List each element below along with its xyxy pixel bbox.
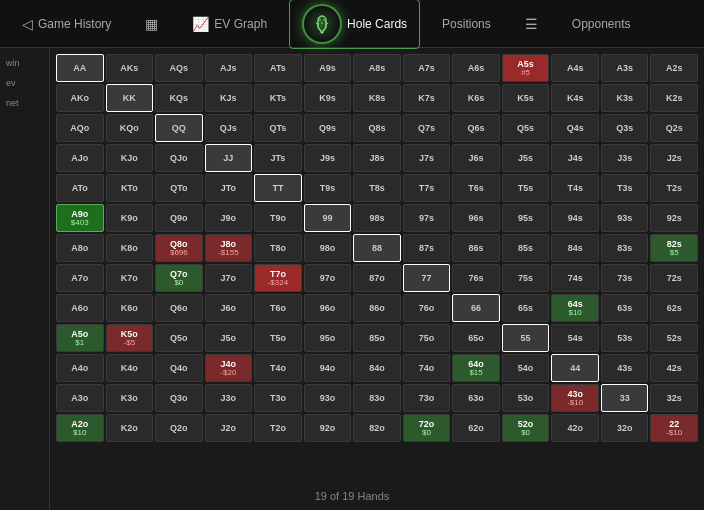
table-row[interactable]: 94o (304, 354, 352, 382)
table-row[interactable]: Q6s (452, 114, 500, 142)
table-row[interactable]: K5o-$5 (106, 324, 154, 352)
table-row[interactable]: 32s (650, 384, 698, 412)
nav-opponents[interactable]: Opponents (560, 13, 643, 35)
table-row[interactable]: 85o (353, 324, 401, 352)
table-row[interactable]: AA (56, 54, 104, 82)
table-row[interactable]: A7o (56, 264, 104, 292)
table-row[interactable]: T2o (254, 414, 302, 442)
table-row[interactable]: 43s (601, 354, 649, 382)
table-row[interactable]: J6o (205, 294, 253, 322)
table-row[interactable]: Q9s (304, 114, 352, 142)
table-row[interactable]: T8o (254, 234, 302, 262)
table-row[interactable]: K2o (106, 414, 154, 442)
table-row[interactable]: 42o (551, 414, 599, 442)
table-row[interactable]: T3o (254, 384, 302, 412)
table-row[interactable]: QJo (155, 144, 203, 172)
table-row[interactable]: A2o$10 (56, 414, 104, 442)
table-row[interactable]: J9s (304, 144, 352, 172)
table-row[interactable]: A6s (452, 54, 500, 82)
table-row[interactable]: KQs (155, 84, 203, 112)
table-row[interactable]: T8s (353, 174, 401, 202)
table-row[interactable]: A9s (304, 54, 352, 82)
table-row[interactable]: 63o (452, 384, 500, 412)
table-row[interactable]: Q6o (155, 294, 203, 322)
table-row[interactable]: 86o (353, 294, 401, 322)
table-row[interactable]: 53s (601, 324, 649, 352)
table-row[interactable]: QJs (205, 114, 253, 142)
table-row[interactable]: 64s$10 (551, 294, 599, 322)
table-row[interactable]: 72o$0 (403, 414, 451, 442)
table-row[interactable]: KJs (205, 84, 253, 112)
table-row[interactable]: 83o (353, 384, 401, 412)
nav-positions[interactable]: Positions (430, 13, 503, 35)
table-row[interactable]: J4o-$20 (205, 354, 253, 382)
table-row[interactable]: A3s (601, 54, 649, 82)
table-row[interactable]: J4s (551, 144, 599, 172)
table-row[interactable]: 52o$0 (502, 414, 550, 442)
table-row[interactable]: 82s$5 (650, 234, 698, 262)
table-row[interactable]: 52s (650, 324, 698, 352)
table-row[interactable]: T5o (254, 324, 302, 352)
table-row[interactable]: K3o (106, 384, 154, 412)
table-row[interactable]: K3s (601, 84, 649, 112)
table-row[interactable]: 53o (502, 384, 550, 412)
table-row[interactable]: JTo (205, 174, 253, 202)
table-row[interactable]: J6s (452, 144, 500, 172)
table-row[interactable]: 66 (452, 294, 500, 322)
table-row[interactable]: Q7o$0 (155, 264, 203, 292)
table-row[interactable]: 75o (403, 324, 451, 352)
table-row[interactable]: K7o (106, 264, 154, 292)
table-row[interactable]: T6s (452, 174, 500, 202)
table-row[interactable]: 62s (650, 294, 698, 322)
table-row[interactable]: Q4s (551, 114, 599, 142)
table-row[interactable]: A5o$1 (56, 324, 104, 352)
table-row[interactable]: J3o (205, 384, 253, 412)
nav-hole-cards[interactable]: Hole Cards (289, 0, 420, 49)
table-row[interactable]: T7o-$324 (254, 264, 302, 292)
table-row[interactable]: 54o (502, 354, 550, 382)
table-row[interactable]: 83s (601, 234, 649, 262)
table-row[interactable]: 87s (403, 234, 451, 262)
table-row[interactable]: 84s (551, 234, 599, 262)
nav-ev-graph[interactable]: 📈 EV Graph (180, 12, 279, 36)
table-row[interactable]: 65o (452, 324, 500, 352)
table-row[interactable]: JJ (205, 144, 253, 172)
table-row[interactable]: KK (106, 84, 154, 112)
table-row[interactable]: K9s (304, 84, 352, 112)
nav-icon6[interactable]: ☰ (513, 12, 550, 36)
table-row[interactable]: 87o (353, 264, 401, 292)
table-row[interactable]: 76s (452, 264, 500, 292)
table-row[interactable]: T6o (254, 294, 302, 322)
table-row[interactable]: 93s (601, 204, 649, 232)
table-row[interactable]: 64o$15 (452, 354, 500, 382)
table-row[interactable]: 63s (601, 294, 649, 322)
table-row[interactable]: K4s (551, 84, 599, 112)
table-row[interactable]: 98o (304, 234, 352, 262)
table-row[interactable]: 73o (403, 384, 451, 412)
nav-game-history[interactable]: ◁ Game History (10, 12, 123, 36)
table-row[interactable]: 99 (304, 204, 352, 232)
table-row[interactable]: ATo (56, 174, 104, 202)
table-row[interactable]: Q3s (601, 114, 649, 142)
table-row[interactable]: J2s (650, 144, 698, 172)
table-row[interactable]: 44 (551, 354, 599, 382)
table-row[interactable]: J8s (353, 144, 401, 172)
table-row[interactable]: 97o (304, 264, 352, 292)
table-row[interactable]: 93o (304, 384, 352, 412)
table-row[interactable]: A8o (56, 234, 104, 262)
table-row[interactable]: T7s (403, 174, 451, 202)
table-row[interactable]: Q7s (403, 114, 451, 142)
table-row[interactable]: K8s (353, 84, 401, 112)
table-row[interactable]: 32o (601, 414, 649, 442)
table-row[interactable]: Q5s (502, 114, 550, 142)
table-row[interactable]: 95s (502, 204, 550, 232)
table-row[interactable]: Q2s (650, 114, 698, 142)
table-row[interactable]: 42s (650, 354, 698, 382)
table-row[interactable]: K6o (106, 294, 154, 322)
table-row[interactable]: AQs (155, 54, 203, 82)
table-row[interactable]: A6o (56, 294, 104, 322)
table-row[interactable]: T5s (502, 174, 550, 202)
table-row[interactable]: ATs (254, 54, 302, 82)
table-row[interactable]: Q3o (155, 384, 203, 412)
table-row[interactable]: AKs (106, 54, 154, 82)
